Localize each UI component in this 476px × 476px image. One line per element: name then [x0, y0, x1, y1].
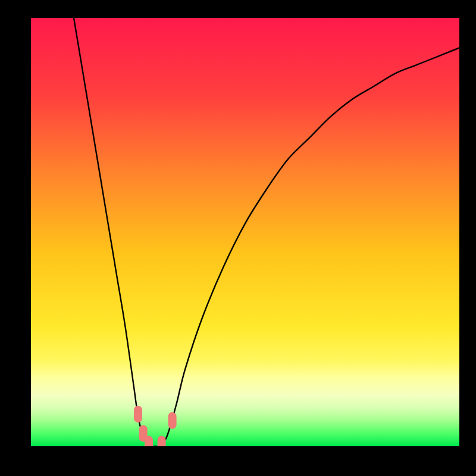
chart-frame — [7, 0, 469, 468]
chart-container: TheBottleneck.com — [0, 0, 476, 476]
chart-plot-area — [31, 18, 459, 446]
svg-rect-0 — [31, 18, 459, 446]
chart-background-gradient — [31, 18, 459, 446]
